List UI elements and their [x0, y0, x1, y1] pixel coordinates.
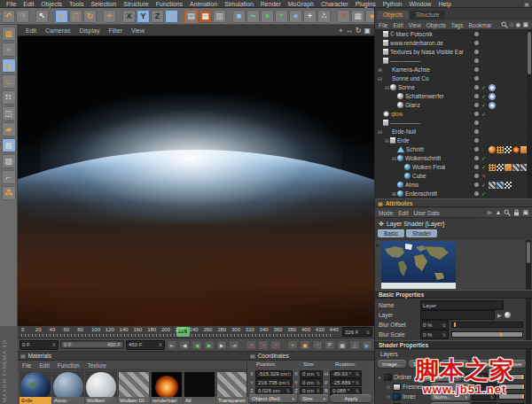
tree-item-marc-potocnik[interactable]: © Marc Potocnik⁚ [375, 30, 532, 39]
ball-tag[interactable] [489, 146, 496, 153]
preview-collapse-icon[interactable]: ▾ [376, 242, 379, 248]
enable-state-icon[interactable]: ✓ [481, 101, 486, 110]
render-team-icon[interactable]: ▥ [213, 10, 226, 23]
layer-color-dot[interactable] [474, 76, 479, 81]
tree-item-atmo[interactable]: Atmo✓ [375, 181, 532, 190]
enable-state-icon[interactable]: ⁚ [481, 145, 483, 154]
back-arrow-icon[interactable]: ◀ [481, 208, 485, 217]
coordinate-mode-dropdown[interactable]: Object (Rel)▾ [249, 394, 297, 402]
tree-item-sonne[interactable]: ⊟Sonne✓ [375, 83, 532, 92]
objects-menu-objects[interactable]: Objects [426, 22, 446, 28]
enable-state-icon[interactable]: ✓ [481, 190, 486, 198]
enable-state-icon[interactable]: ⁚ [481, 39, 483, 48]
menu-help[interactable]: Help [434, 0, 454, 8]
viewport-canvas[interactable] [18, 36, 374, 326]
objects-menu-edit[interactable]: Edit [393, 22, 403, 28]
material-transparen[interactable]: Transparen [216, 371, 248, 404]
prev-frame-button[interactable]: ◀ [179, 340, 190, 350]
materials-menu-edit[interactable]: Edit [39, 362, 49, 369]
magnet-button[interactable]: △ [349, 340, 360, 350]
scrollbar-thumb[interactable] [528, 32, 531, 74]
menu-render[interactable]: Render [257, 0, 285, 8]
snap-grid-button[interactable]: ▦ [337, 340, 348, 350]
tree-item-wolkenschnitt[interactable]: ⊟Wolkenschnitt✓ [375, 154, 532, 163]
folder-button[interactable]: Folder [471, 360, 495, 368]
layer-color-dot[interactable] [474, 85, 479, 89]
tree-item-[interactable]: ----------------⁚ [375, 119, 532, 128]
fire-tag[interactable] [512, 146, 520, 153]
render-active-view-icon[interactable]: ▦ [2, 27, 16, 41]
blend-mode-dropdown[interactable]: Norm...▾ [431, 392, 470, 400]
enable-state-icon[interactable]: ⁚ [481, 119, 483, 128]
expander-icon[interactable]: ⊟ [377, 75, 383, 82]
record-scale-button[interactable]: ● [258, 340, 269, 350]
eye-icon[interactable]: ◉ [515, 20, 520, 29]
layer-amount-field[interactable]: 100 %⇅ [463, 373, 488, 381]
add-modeling-icon[interactable]: * [275, 10, 288, 23]
hatchblue-tag[interactable] [497, 182, 504, 189]
material-wolken[interactable]: Wolken [85, 371, 117, 404]
viewport[interactable]: EditCamerasDisplayFilterView +↔↻▣ [18, 25, 374, 326]
material-all[interactable]: All [184, 371, 215, 404]
attributes-menu-user-data[interactable]: User Data [413, 210, 439, 216]
objects-menu-tags[interactable]: Tags [451, 22, 464, 28]
basic-properties-header[interactable]: Basic Properties [375, 290, 532, 299]
panel-menu-icon[interactable]: ▣ [522, 208, 528, 217]
layer-color-dot[interactable] [474, 138, 479, 143]
texture-mode-icon[interactable]: ▩ [2, 138, 16, 152]
tree-item-textures-by-nasa-visible-ear[interactable]: Textures by Nasa Visible Ear⁚ [375, 48, 532, 57]
tree-item-erde-null[interactable]: ⊟Erde-Null⁚ [375, 128, 532, 136]
tree-item-schattenwerfer[interactable]: Schattenwerfer✓ [375, 92, 532, 101]
blend-mode-dropdown[interactable]: Screen▾ [422, 373, 461, 381]
attributes-menu-mode[interactable]: Mode [379, 210, 393, 216]
goto-start-button[interactable]: ⇤ [167, 340, 177, 350]
image-button[interactable]: Image... [378, 360, 406, 368]
layer-color-dot[interactable] [474, 41, 479, 45]
play-button[interactable]: ▶ [216, 340, 227, 350]
search-icon[interactable] [504, 209, 511, 216]
expander-icon[interactable]: ⊞ [391, 190, 397, 197]
menu-mograph[interactable]: MoGraph [285, 0, 317, 8]
layer-amount-field[interactable]: ⇅ [472, 383, 497, 391]
layer-color-dot[interactable] [474, 147, 479, 152]
tab-shader[interactable]: Shader [406, 229, 437, 237]
tag-tag[interactable] [505, 164, 512, 171]
tree-item-erdenschnitt[interactable]: ⊞Erdenschnitt✓ [375, 190, 532, 198]
enable-state-icon[interactable]: ✓ [481, 154, 486, 163]
pan-view-icon[interactable]: + [339, 25, 343, 36]
layer-opacity-slider[interactable] [498, 384, 525, 390]
dots-tag[interactable] [497, 146, 504, 153]
viewport-menu-edit[interactable]: Edit [21, 27, 41, 34]
checker-tag[interactable] [505, 146, 512, 153]
tree-item-glow[interactable]: glow✓ [375, 110, 532, 119]
apply-button[interactable]: Apply [331, 394, 372, 402]
enable-state-icon[interactable]: ✓ [481, 181, 486, 190]
last-tool-icon[interactable]: + [103, 10, 116, 23]
layer-color-dot[interactable] [474, 94, 479, 98]
autokey-button[interactable]: + [287, 340, 298, 350]
point-level-animation-button[interactable]: P [325, 340, 335, 350]
selection-tool-icon[interactable]: ↖ [35, 10, 49, 23]
layer-color-dot[interactable] [474, 183, 479, 187]
rotate-view-icon[interactable]: ↻ [356, 25, 362, 36]
z-axis-lock-icon[interactable]: Z [151, 10, 164, 23]
position-x-field[interactable]: -515.329 cm⇅ [255, 370, 293, 378]
add-nurbs-icon[interactable]: ● [261, 10, 274, 23]
blend-mode-dropdown[interactable]: Multi...▾ [431, 383, 470, 391]
blur-scale-field[interactable]: 0 %⇅ [420, 330, 449, 339]
tree-item-kamera-achse[interactable]: ⊞Kamera-Achse⁚ [375, 66, 532, 74]
tree-item-www-renderbaron-de[interactable]: www.renderbaron.de⁚ [375, 39, 532, 48]
enable-state-icon[interactable]: ✓ [481, 92, 486, 101]
layer-opacity-slider[interactable] [489, 374, 525, 380]
window-controls-icon[interactable]: ▣ [524, 1, 529, 7]
enable-state-icon[interactable]: ⁚ [481, 136, 483, 145]
lock-icon[interactable] [513, 209, 520, 216]
enable-state-icon[interactable]: ⁚ [481, 128, 483, 136]
range-start-field[interactable]: 0 F⇅ [20, 340, 59, 350]
material-atmo[interactable]: Atmo [52, 371, 84, 404]
timeline-range-slider[interactable]: 0 F450 F [60, 340, 124, 349]
blur-offset-slider[interactable] [451, 322, 523, 328]
menu-functions[interactable]: Functions [153, 0, 186, 8]
menu-animation[interactable]: Animation [186, 0, 221, 8]
layer-color-dot[interactable] [474, 191, 479, 196]
